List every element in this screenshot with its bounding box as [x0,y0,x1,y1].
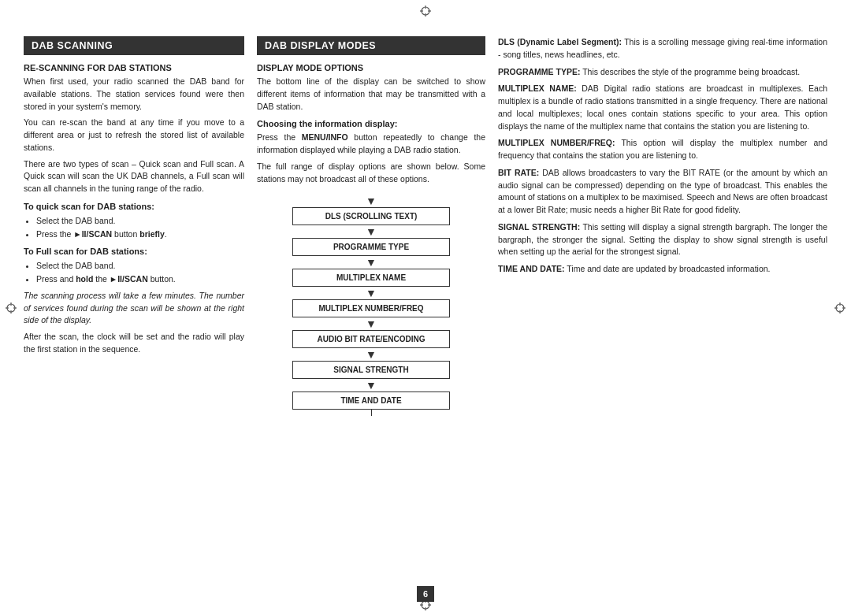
right-entry-1: PROGRAMME TYPE: This describes the style… [498,66,827,79]
right-term-4: BIT RATE: [498,168,539,177]
flow-diagram: ▼ DLS (SCROLLING TEXT) ▼ PROGRAMME TYPE … [292,195,450,416]
crosshair-left-icon [5,302,17,314]
flow-box-signal: SIGNAL STRENGTH [292,361,450,379]
hold-label: hold [76,274,93,284]
flow-arrow-5: ▼ [292,348,450,361]
right-entries-container: DLS (Dynamic Label Segment): This is a s… [498,36,827,276]
right-term-5: SIGNAL STRENGTH: [498,222,580,232]
crosshair-top-icon [419,5,432,17]
flow-arrow-3: ▼ [292,287,450,299]
flow-box-audio: AUDIO BIT RATE/ENCODING [292,330,450,348]
italic-note: The scanning process will take a few min… [24,290,244,327]
mid-para1: The bottom line of the display can be sw… [257,76,485,113]
crosshair-right-icon [834,302,846,314]
page-number: 6 [417,586,434,602]
quick-item-1: Select the DAB band. [36,214,244,228]
dab-scanning-header: DAB SCANNING [24,36,244,55]
menu-info-label: MENU/INFO [302,132,348,142]
right-term-0: DLS (Dynamic Label Segment): [498,37,622,46]
flow-box-dls: DLS (SCROLLING TEXT) [292,207,450,225]
flow-arrow-6: ▼ [292,379,450,391]
right-term-2: MULTIPLEX NAME: [498,83,577,93]
flow-box-multiplex-name: MULTIPLEX NAME [292,269,450,287]
choosing-subheading: Choosing the information display: [257,119,485,128]
quick-scan-list: Select the DAB band. Press the ►II/SCAN … [24,214,244,241]
mid-para2: Press the MENU/INFO button repeatedly to… [257,132,485,157]
right-entry-0: DLS (Dynamic Label Segment): This is a s… [498,36,827,61]
quick-item-2-text: Press the ►II/SCAN button briefly. [36,229,167,239]
scan-button-label: ►II/SCAN [73,229,112,239]
left-column: DAB SCANNING RE-SCANNING FOR DAB STATION… [24,36,244,577]
rescanning-subheading: RE-SCANNING FOR DAB STATIONS [24,63,244,72]
main-columns: DAB SCANNING RE-SCANNING FOR DAB STATION… [24,36,827,577]
right-entry-2: MULTIPLEX NAME: DAB Digital radio statio… [498,83,827,132]
flow-arrow-0: ▼ [292,195,450,207]
full-scan-list: Select the DAB band. Press and hold the … [24,259,244,286]
page-container: DAB SCANNING RE-SCANNING FOR DAB STATION… [0,0,851,616]
right-entry-5: SIGNAL STRENGTH: This setting will displ… [498,221,827,258]
left-para2: You can re-scan the band at any time if … [24,117,244,154]
right-column: DLS (Dynamic Label Segment): This is a s… [498,36,827,577]
quick-scan-subheading: To quick scan for DAB stations: [24,202,244,211]
right-term-3: MULTIPLEX NUMBER/FREQ: [498,138,615,147]
full-scan-subheading: To Full scan for DAB stations: [24,247,244,256]
flow-box-multiplex-num: MULTIPLEX NUMBER/FREQ [292,299,450,317]
left-para1: When first used, your radio scanned the … [24,76,244,113]
dab-display-header: DAB DISPLAY MODES [257,36,485,55]
right-entry-6: TIME AND DATE: Time and date are updated… [498,263,827,276]
flow-box-programme: PROGRAMME TYPE [292,238,450,256]
full-item-1: Select the DAB band. [36,259,244,273]
mid-para3: The full range of display options are sh… [257,161,485,186]
flow-arrow-4: ▼ [292,317,450,330]
briefly-label: briefly [139,229,165,239]
mid-column: DAB DISPLAY MODES DISPLAY MODE OPTIONS T… [257,36,485,577]
right-term-1: PROGRAMME TYPE: [498,67,580,76]
right-term-6: TIME AND DATE: [498,264,565,273]
display-mode-options-subheading: DISPLAY MODE OPTIONS [257,63,485,72]
full-item-2-text: Press and hold the ►II/SCAN button. [36,274,176,284]
left-para4: After the scan, the clock will be set an… [24,331,244,356]
left-para3: There are two types of scan – Quick scan… [24,158,244,195]
right-entry-3: MULTIPLEX NUMBER/FREQ: This option will … [498,137,827,162]
full-item-2: Press and hold the ►II/SCAN button. [36,273,244,286]
flow-box-time: TIME AND DATE [292,391,450,410]
right-entry-4: BIT RATE: DAB allows broadcasters to var… [498,167,827,217]
scan-btn-label2: ►II/SCAN [110,274,148,284]
flow-arrow-2: ▼ [292,256,450,269]
quick-item-2: Press the ►II/SCAN button briefly. [36,228,244,241]
flow-arrow-1: ▼ [292,225,450,238]
